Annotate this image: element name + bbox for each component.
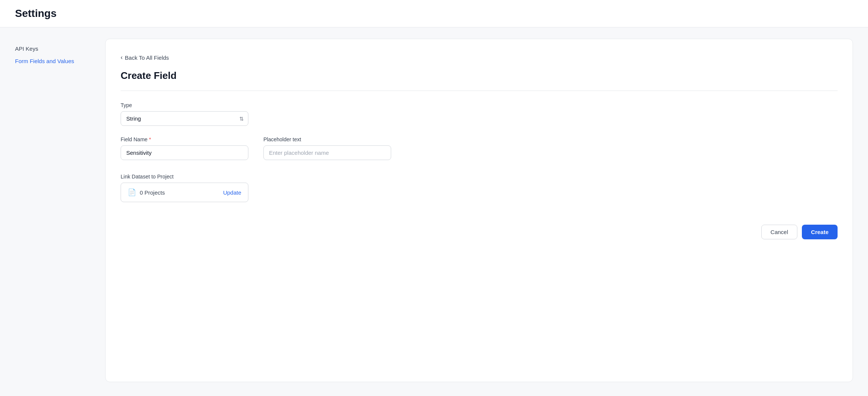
back-link[interactable]: ‹ Back To All Fields <box>121 54 838 61</box>
field-name-col: Field Name * <box>121 136 248 171</box>
placeholder-col: Placeholder text <box>263 136 391 171</box>
field-name-section: Field Name * <box>121 136 248 160</box>
placeholder-label: Placeholder text <box>263 136 391 142</box>
create-field-title: Create Field <box>121 70 838 91</box>
dataset-box: 📄 0 Projects Update <box>121 183 248 202</box>
cancel-button[interactable]: Cancel <box>761 225 798 239</box>
placeholder-section: Placeholder text <box>263 136 391 160</box>
placeholder-input[interactable] <box>263 145 391 160</box>
back-chevron-icon: ‹ <box>121 54 122 61</box>
dataset-left: 📄 0 Projects <box>128 188 165 196</box>
field-name-label: Field Name * <box>121 136 248 142</box>
update-link[interactable]: Update <box>223 189 241 196</box>
type-section: Type String Number Boolean Date <box>121 102 838 126</box>
page-title: Settings <box>15 8 853 20</box>
sidebar-item-api-keys[interactable]: API Keys <box>15 42 90 55</box>
required-star: * <box>149 136 151 142</box>
type-select-wrapper: String Number Boolean Date <box>121 111 248 126</box>
type-select[interactable]: String Number Boolean Date <box>121 111 248 126</box>
form-actions: Cancel Create <box>121 225 838 239</box>
create-button[interactable]: Create <box>802 225 838 239</box>
field-name-input[interactable] <box>121 145 248 160</box>
page-header: Settings <box>0 0 868 27</box>
link-dataset-section: Link Dataset to Project 📄 0 Projects Upd… <box>121 174 838 202</box>
projects-count: 0 Projects <box>140 189 165 196</box>
sidebar: API Keys Form Fields and Values <box>15 39 90 382</box>
page-content: API Keys Form Fields and Values ‹ Back T… <box>0 27 868 393</box>
type-label: Type <box>121 102 838 108</box>
field-name-row: Field Name * Placeholder text <box>121 136 838 171</box>
link-dataset-label: Link Dataset to Project <box>121 174 838 180</box>
document-icon: 📄 <box>128 188 136 196</box>
main-panel: ‹ Back To All Fields Create Field Type S… <box>105 39 853 382</box>
sidebar-item-form-fields[interactable]: Form Fields and Values <box>15 55 90 67</box>
